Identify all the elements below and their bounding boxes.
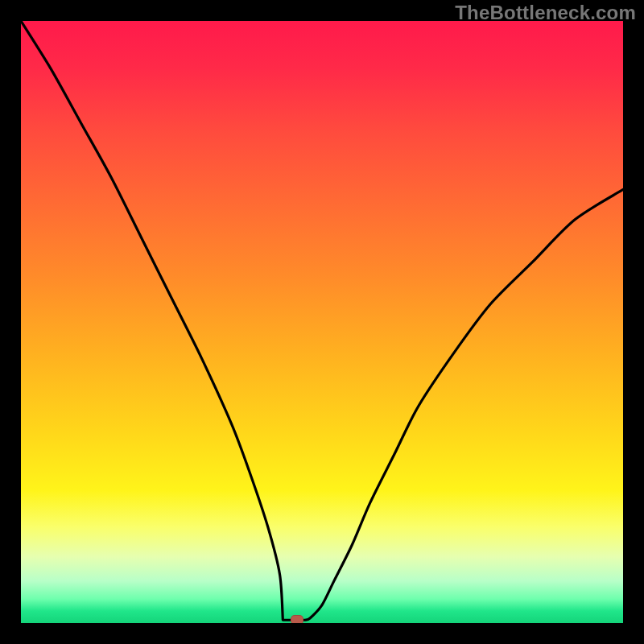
chart-frame: TheBottleneck.com (0, 0, 644, 644)
optimum-marker (291, 615, 303, 623)
watermark-text: TheBottleneck.com (455, 2, 636, 24)
bottleneck-curve (21, 21, 623, 623)
plot-area (21, 21, 623, 623)
